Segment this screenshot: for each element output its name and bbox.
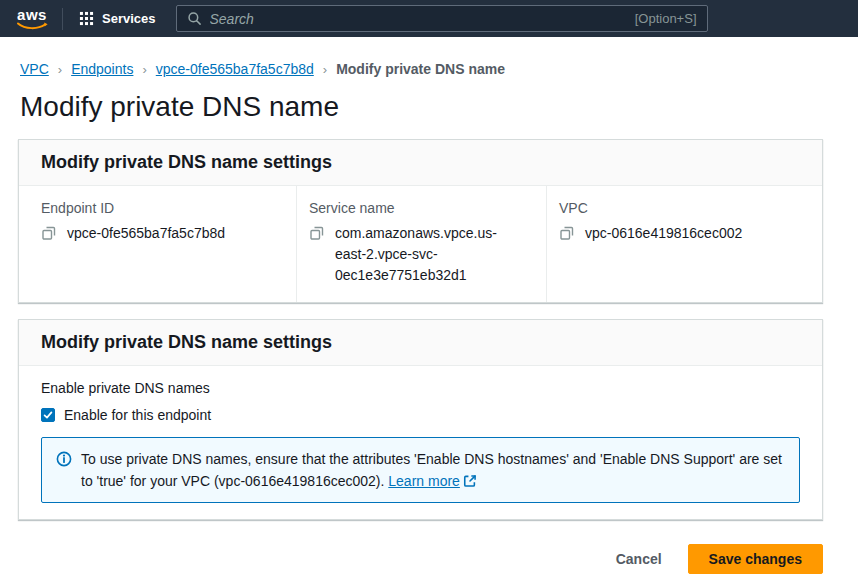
search-box[interactable]: [Option+S] [176, 5, 708, 32]
breadcrumb-vpc[interactable]: VPC [20, 61, 49, 77]
vpc-value-row: vpc-0616e419816cec002 [559, 223, 806, 244]
aws-logo[interactable]: aws [16, 8, 48, 30]
endpoint-id-label: Endpoint ID [41, 200, 280, 216]
settings-card-header: Modify private DNS name settings [19, 320, 822, 366]
breadcrumb-separator: › [58, 62, 62, 77]
cancel-button[interactable]: Cancel [616, 545, 662, 573]
checkmark-icon [42, 409, 54, 421]
learn-more-label: Learn more [388, 473, 460, 489]
aws-smile-icon [16, 22, 48, 30]
endpoint-id-value: vpce-0fe565ba7fa5c7b8d [67, 223, 225, 244]
breadcrumb: VPC › Endpoints › vpce-0fe565ba7fa5c7b8d… [0, 37, 858, 77]
topbar-divider [62, 8, 63, 30]
summary-card: Modify private DNS name settings Endpoin… [18, 139, 823, 303]
endpoint-id-value-row: vpce-0fe565ba7fa5c7b8d [41, 223, 280, 244]
main-content: VPC › Endpoints › vpce-0fe565ba7fa5c7b8d… [0, 37, 858, 574]
page-title: Modify private DNS name [20, 91, 858, 123]
field-vpc: VPC vpc-0616e419816cec002 [547, 186, 822, 302]
services-label: Services [102, 11, 156, 26]
settings-card: Modify private DNS name settings Enable … [18, 319, 823, 520]
breadcrumb-endpoints[interactable]: Endpoints [71, 61, 133, 77]
settings-card-body: Enable private DNS names Enable for this… [19, 366, 822, 519]
search-shortcut-hint: [Option+S] [635, 11, 697, 26]
enable-private-dns-label: Enable private DNS names [41, 380, 800, 396]
field-service-name: Service name com.amazonaws.vpce.us-east-… [297, 186, 547, 302]
enable-endpoint-checkbox-row[interactable]: Enable for this endpoint [41, 407, 800, 423]
search-input[interactable] [210, 11, 635, 27]
copy-icon [41, 225, 57, 241]
breadcrumb-endpoint-id[interactable]: vpce-0fe565ba7fa5c7b8d [156, 61, 314, 77]
service-name-value-row: com.amazonaws.vpce.us-east-2.vpce-svc-0e… [309, 223, 518, 286]
breadcrumb-current-page: Modify private DNS name [336, 61, 505, 77]
summary-card-body: Endpoint ID vpce-0fe565ba7fa5c7b8d Se [19, 186, 822, 302]
info-icon [56, 448, 72, 492]
search-icon [187, 11, 202, 26]
summary-card-title: Modify private DNS name settings [41, 152, 800, 173]
learn-more-link[interactable]: Learn more [388, 473, 477, 489]
breadcrumb-separator: › [323, 62, 327, 77]
vpc-label: VPC [559, 200, 806, 216]
aws-logo-text: aws [17, 8, 47, 22]
private-dns-info-alert: To use private DNS names, ensure that th… [41, 437, 800, 503]
copy-icon [559, 225, 575, 241]
settings-card-title: Modify private DNS name settings [41, 332, 800, 353]
topbar: aws Services [Option+S] [0, 0, 858, 37]
services-menu-button[interactable]: Services [77, 7, 158, 30]
alert-text: To use private DNS names, ensure that th… [81, 448, 783, 492]
service-name-value: com.amazonaws.vpce.us-east-2.vpce-svc-0e… [335, 223, 518, 286]
copy-icon [309, 225, 325, 241]
copy-endpoint-id-button[interactable] [41, 224, 57, 242]
services-grid-icon [79, 11, 94, 26]
field-endpoint-id: Endpoint ID vpce-0fe565ba7fa5c7b8d [19, 186, 297, 302]
summary-card-header: Modify private DNS name settings [19, 140, 822, 186]
enable-endpoint-checkbox[interactable] [41, 408, 55, 422]
footer-actions: Cancel Save changes [0, 544, 823, 574]
service-name-label: Service name [309, 200, 518, 216]
copy-vpc-id-button[interactable] [559, 224, 575, 242]
external-link-icon [463, 475, 477, 491]
vpc-value: vpc-0616e419816cec002 [585, 223, 742, 244]
save-changes-button[interactable]: Save changes [688, 544, 823, 574]
enable-endpoint-checkbox-label: Enable for this endpoint [64, 407, 211, 423]
breadcrumb-separator: › [142, 62, 146, 77]
copy-service-name-button[interactable] [309, 224, 325, 242]
